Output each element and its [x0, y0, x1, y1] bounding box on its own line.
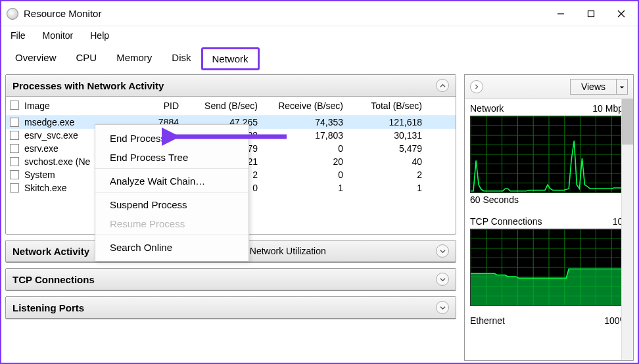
select-all-checkbox[interactable] — [10, 101, 19, 110]
annotation-arrow — [162, 127, 293, 147]
chart-tcp-canvas — [470, 229, 628, 306]
chart-nav-button[interactable] — [470, 80, 483, 93]
menu-item[interactable]: End Process Tree — [95, 148, 248, 169]
window-title: Resource Monitor — [24, 8, 101, 19]
tab-disk[interactable]: Disk — [162, 47, 201, 70]
scrollbar[interactable] — [621, 99, 633, 360]
col-total[interactable]: Total (B/sec) — [343, 101, 422, 111]
svg-rect-1 — [588, 11, 594, 16]
cell-total: 5,479 — [343, 143, 422, 154]
chevron-down-icon — [616, 80, 627, 94]
window-controls — [546, 4, 636, 24]
cell-recv: 20 — [258, 156, 343, 167]
tab-memory[interactable]: Memory — [106, 47, 162, 70]
row-checkbox[interactable] — [10, 131, 19, 140]
titlebar: Resource Monitor — [1, 1, 638, 26]
scrollbar-thumb[interactable] — [622, 99, 633, 145]
panel-listen: Listening Ports — [5, 296, 456, 319]
panel-tcp: TCP Connections — [5, 268, 456, 291]
menu-item[interactable]: Suspend Process — [95, 195, 248, 214]
row-checkbox[interactable] — [10, 170, 19, 179]
panel-processes-title: Processes with Network Activity — [12, 80, 164, 91]
cell-total: 40 — [343, 156, 422, 167]
panel-activity-title: Network Activity — [12, 246, 89, 257]
panel-listen-title: Listening Ports — [12, 302, 84, 313]
tab-network[interactable]: Network — [201, 47, 260, 70]
chart-footL: 60 Seconds — [470, 194, 519, 205]
menu-monitor[interactable]: Monitor — [40, 29, 76, 42]
col-pid[interactable]: PID — [139, 101, 179, 111]
close-button[interactable] — [606, 4, 636, 24]
col-image[interactable]: Image — [24, 101, 139, 111]
cell-recv: 74,353 — [258, 117, 343, 127]
chart-title: Ethernet — [470, 315, 505, 326]
tab-bar: Overview CPU Memory Disk Network — [1, 45, 638, 72]
views-dropdown[interactable]: Views — [570, 79, 628, 95]
row-checkbox[interactable] — [10, 118, 19, 127]
menu-item[interactable]: Search Online — [95, 238, 248, 257]
collapse-icon[interactable] — [436, 79, 449, 92]
cell-total: 30,131 — [343, 130, 422, 141]
col-recv[interactable]: Receive (B/sec) — [258, 101, 343, 111]
app-icon — [7, 8, 18, 20]
views-label: Views — [571, 80, 616, 93]
panel-listen-header[interactable]: Listening Ports — [6, 297, 456, 319]
row-checkbox[interactable] — [10, 183, 19, 193]
menu-help[interactable]: Help — [87, 29, 112, 42]
row-checkbox[interactable] — [10, 157, 19, 166]
panel-tcp-header[interactable]: TCP Connections — [6, 269, 456, 290]
cell-recv: 0 — [258, 170, 343, 180]
expand-icon[interactable] — [436, 244, 449, 258]
panel-tcp-title: TCP Connections — [12, 274, 95, 285]
table-header: Image PID Send (B/sec) Receive (B/sec) T… — [6, 97, 456, 116]
menu-item[interactable]: Analyze Wait Chain… — [95, 171, 248, 193]
panel-processes-header[interactable]: Processes with Network Activity — [6, 75, 456, 97]
col-send[interactable]: Send (B/sec) — [179, 101, 258, 111]
chart-network: Network10 Mbps 60 Seconds0 — [465, 99, 633, 212]
chart-title: Network — [470, 103, 504, 114]
window: Resource Monitor File Monitor Help Overv… — [0, 0, 639, 364]
menubar: File Monitor Help — [1, 26, 638, 45]
maximize-button[interactable] — [576, 4, 606, 24]
chart-network-canvas — [470, 116, 628, 193]
row-checkbox[interactable] — [10, 144, 19, 153]
chart-title: TCP Connections — [470, 216, 542, 227]
expand-icon[interactable] — [436, 273, 449, 286]
cell-recv: 1 — [258, 183, 343, 193]
right-pane-header: Views — [465, 75, 633, 99]
menu-file[interactable]: File — [8, 29, 28, 42]
chart-ethernet: Ethernet100% — [465, 311, 633, 333]
right-pane: Views Network10 Mbps 60 Seconds0 TCP Con… — [464, 74, 634, 361]
chart-tcp: TCP Connections100 — [465, 212, 633, 311]
menu-item: Resume Process — [95, 214, 248, 235]
minimize-button[interactable] — [546, 4, 576, 24]
tab-cpu[interactable]: CPU — [66, 47, 107, 70]
cell-total: 2 — [343, 170, 422, 180]
tab-overview[interactable]: Overview — [5, 47, 66, 70]
cell-total: 121,618 — [343, 117, 422, 127]
cell-total: 1 — [343, 183, 422, 193]
expand-icon[interactable] — [436, 301, 449, 314]
